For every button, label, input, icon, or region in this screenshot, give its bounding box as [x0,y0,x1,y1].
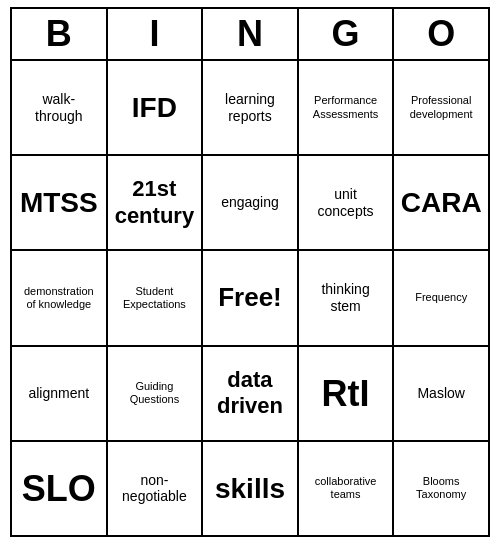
cell-text: alignment [28,385,89,402]
bingo-row: SLOnon- negotiableskillscollaborative te… [12,442,488,535]
cell-text: walk- through [35,91,82,125]
cell-text: Maslow [417,385,464,402]
cell-text: IFD [132,91,177,125]
bingo-cell: RtI [299,347,395,440]
bingo-cell: Maslow [394,347,488,440]
bingo-cell: demonstration of knowledge [12,251,108,344]
bingo-row: demonstration of knowledgeStudent Expect… [12,251,488,346]
bingo-cell: data driven [203,347,299,440]
bingo-cell: Frequency [394,251,488,344]
cell-text: engaging [221,194,279,211]
bingo-cell: Free! [203,251,299,344]
header-letter: O [394,9,488,59]
header-letter: G [299,9,395,59]
header-letter: I [108,9,204,59]
bingo-cell: skills [203,442,299,535]
cell-text: non- negotiable [122,472,187,506]
cell-text: Performance Assessments [313,94,378,120]
bingo-header: BINGO [12,9,488,61]
bingo-row: MTSS21st centuryengagingunit conceptsCAR… [12,156,488,251]
cell-text: unit concepts [318,186,374,220]
bingo-grid: walk- throughIFDlearning reportsPerforma… [12,61,488,535]
cell-text: skills [215,472,285,506]
cell-text: SLO [22,467,96,510]
bingo-cell: learning reports [203,61,299,154]
bingo-cell: alignment [12,347,108,440]
bingo-cell: engaging [203,156,299,249]
cell-text: demonstration of knowledge [24,285,94,311]
bingo-cell: Professional development [394,61,488,154]
bingo-cell: thinking stem [299,251,395,344]
bingo-cell: MTSS [12,156,108,249]
cell-text: CARA [401,186,482,220]
cell-text: MTSS [20,186,98,220]
bingo-cell: collaborative teams [299,442,395,535]
bingo-cell: Blooms Taxonomy [394,442,488,535]
bingo-cell: CARA [394,156,488,249]
bingo-row: alignmentGuiding Questionsdata drivenRtI… [12,347,488,442]
cell-text: Blooms Taxonomy [416,475,466,501]
bingo-cell: walk- through [12,61,108,154]
header-letter: B [12,9,108,59]
bingo-cell: non- negotiable [108,442,204,535]
cell-text: learning reports [225,91,275,125]
cell-text: 21st century [115,176,194,229]
bingo-cell: SLO [12,442,108,535]
cell-text: RtI [322,372,370,415]
bingo-card: BINGO walk- throughIFDlearning reportsPe… [10,7,490,537]
bingo-cell: Student Expectations [108,251,204,344]
bingo-cell: IFD [108,61,204,154]
header-letter: N [203,9,299,59]
cell-text: Guiding Questions [130,380,180,406]
cell-text: data driven [217,367,283,420]
cell-text: Student Expectations [123,285,186,311]
bingo-cell: 21st century [108,156,204,249]
cell-text: Professional development [410,94,473,120]
cell-text: Free! [218,282,282,313]
cell-text: Frequency [415,291,467,304]
bingo-cell: Performance Assessments [299,61,395,154]
cell-text: thinking stem [321,281,369,315]
cell-text: collaborative teams [315,475,377,501]
bingo-cell: unit concepts [299,156,395,249]
bingo-cell: Guiding Questions [108,347,204,440]
bingo-row: walk- throughIFDlearning reportsPerforma… [12,61,488,156]
